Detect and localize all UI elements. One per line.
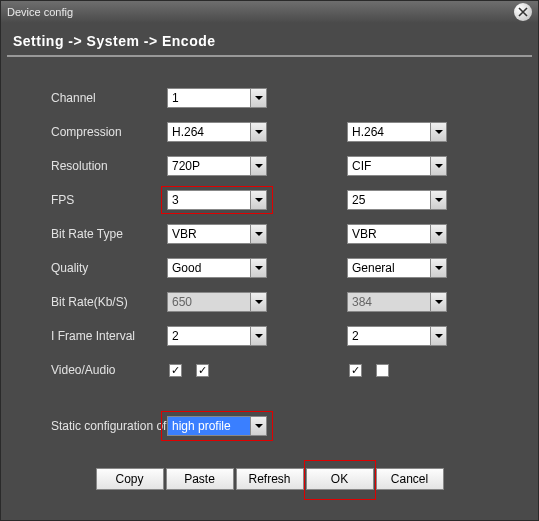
close-button[interactable] <box>514 3 532 21</box>
label-quality: Quality <box>51 261 167 275</box>
refresh-button[interactable]: Refresh <box>236 468 304 490</box>
iframe-sub-select[interactable]: 2 <box>347 326 447 346</box>
chevron-down-icon <box>250 293 266 311</box>
label-fps: FPS <box>51 193 167 207</box>
fps-sub-select[interactable]: 25 <box>347 190 447 210</box>
device-config-window: Device config Setting -> System -> Encod… <box>0 0 539 521</box>
channel-select[interactable]: 1 <box>167 88 267 108</box>
video-sub-checkbox[interactable] <box>349 364 362 377</box>
chevron-down-icon <box>430 157 446 175</box>
compression-main-select[interactable]: H.264 <box>167 122 267 142</box>
chevron-down-icon <box>250 123 266 141</box>
chevron-down-icon <box>430 225 446 243</box>
chevron-down-icon <box>250 89 266 107</box>
bitrate-type-sub-select[interactable]: VBR <box>347 224 447 244</box>
chevron-down-icon <box>250 191 266 209</box>
label-video-audio: Video/Audio <box>51 363 167 377</box>
window-title: Device config <box>7 6 514 18</box>
label-bitrate-type: Bit Rate Type <box>51 227 167 241</box>
copy-button[interactable]: Copy <box>96 468 164 490</box>
audio-sub-checkbox[interactable] <box>376 364 389 377</box>
chevron-down-icon <box>250 417 266 435</box>
label-bitrate: Bit Rate(Kb/S) <box>51 295 167 309</box>
chevron-down-icon <box>250 327 266 345</box>
quality-main-select[interactable]: Good <box>167 258 267 278</box>
static-config-select[interactable]: high profile <box>167 416 267 436</box>
resolution-sub-select[interactable]: CIF <box>347 156 447 176</box>
audio-main-checkbox[interactable] <box>196 364 209 377</box>
fps-main-select[interactable]: 3 <box>167 190 267 210</box>
paste-button[interactable]: Paste <box>166 468 234 490</box>
resolution-main-select[interactable]: 720P <box>167 156 267 176</box>
label-resolution: Resolution <box>51 159 167 173</box>
chevron-down-icon <box>250 225 266 243</box>
chevron-down-icon <box>430 293 446 311</box>
quality-sub-select[interactable]: General <box>347 258 447 278</box>
button-row: Copy Paste Refresh OK Cancel <box>1 468 538 490</box>
bitrate-sub-select: 384 <box>347 292 447 312</box>
chevron-down-icon <box>430 259 446 277</box>
compression-sub-select[interactable]: H.264 <box>347 122 447 142</box>
cancel-button[interactable]: Cancel <box>376 468 444 490</box>
label-compression: Compression <box>51 125 167 139</box>
chevron-down-icon <box>430 123 446 141</box>
breadcrumb: Setting -> System -> Encode <box>7 29 532 57</box>
label-iframe: I Frame Interval <box>51 329 167 343</box>
chevron-down-icon <box>250 259 266 277</box>
chevron-down-icon <box>250 157 266 175</box>
close-icon <box>518 7 528 17</box>
video-main-checkbox[interactable] <box>169 364 182 377</box>
form-body: Channel 1 Compression H.264 H.264 Resolu… <box>1 57 538 459</box>
label-channel: Channel <box>51 91 167 105</box>
ok-button[interactable]: OK <box>306 468 374 490</box>
bitrate-main-select: 650 <box>167 292 267 312</box>
titlebar: Device config <box>1 1 538 23</box>
iframe-main-select[interactable]: 2 <box>167 326 267 346</box>
chevron-down-icon <box>430 191 446 209</box>
bitrate-type-main-select[interactable]: VBR <box>167 224 267 244</box>
label-static-cfg: Static configuration of <box>51 419 167 433</box>
chevron-down-icon <box>430 327 446 345</box>
